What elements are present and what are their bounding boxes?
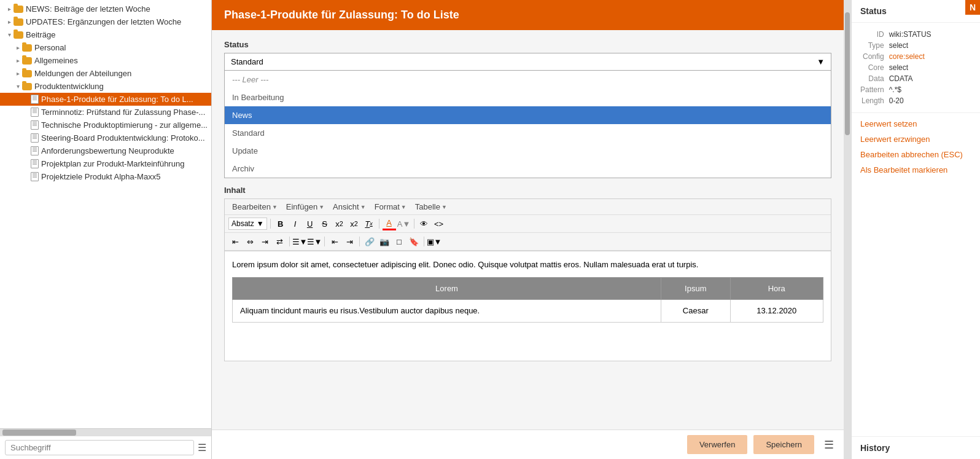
config-value: core:select xyxy=(889,52,971,61)
status-section-label: Status xyxy=(224,40,831,49)
bold-button[interactable]: B xyxy=(274,217,287,230)
clear-format-button[interactable]: Tx xyxy=(362,217,376,230)
toggle-news[interactable]: ▸ xyxy=(5,6,14,12)
action-bearbeiten-abbrechen[interactable]: Bearbeiten abbrechen (ESC) xyxy=(860,150,971,159)
doc-icon xyxy=(31,146,39,155)
sidebar-item-anforderung[interactable]: Anforderungsbewertung Neuprodukte xyxy=(0,144,211,157)
table-button[interactable]: ▣▼ xyxy=(427,235,441,248)
underline-button[interactable]: U xyxy=(303,217,317,230)
toolbar-separator-4 xyxy=(289,237,290,246)
toggle-beitraege[interactable]: ▾ xyxy=(5,31,14,38)
menu-ansicht[interactable]: Ansicht ▼ xyxy=(329,201,370,213)
sidebar-item-personal[interactable]: ▸Personal xyxy=(0,41,211,54)
toolbar-separator xyxy=(270,219,271,229)
status-select-display[interactable]: Standard ▼ xyxy=(224,53,831,70)
vertical-scrollbar[interactable] xyxy=(844,0,851,459)
toggle-meldungen[interactable]: ▸ xyxy=(14,70,22,77)
sidebar-item-allgemeines[interactable]: ▸Allgemeines xyxy=(0,54,211,67)
source-button[interactable]: <> xyxy=(432,217,446,230)
menu-tabelle[interactable]: Tabelle ▼ xyxy=(411,201,451,213)
toggle-personal[interactable]: ▸ xyxy=(14,44,22,51)
bottom-hamburger-icon[interactable]: ☰ xyxy=(824,438,834,452)
toggle-updates[interactable]: ▸ xyxy=(5,18,14,25)
dropdown-option-news[interactable]: News xyxy=(225,106,831,124)
number-list-button[interactable]: ☰▼ xyxy=(308,235,321,248)
table-header-ipsum: Ipsum xyxy=(661,277,731,300)
indent-left-button[interactable]: ⇤ xyxy=(328,235,341,248)
status-dropdown-wrapper: Standard ▼ --- Leer ---In BearbeitungNew… xyxy=(224,53,831,178)
sidebar-item-beitraege[interactable]: ▾Beiträge xyxy=(0,28,211,41)
sidebar-item-phase1[interactable]: Phase-1-Produkte für Zulassung: To do L.… xyxy=(0,93,211,106)
format-select[interactable]: Absatz ▼ xyxy=(228,218,267,230)
page-title: Phase-1-Produkte für Zulassung: To do Li… xyxy=(224,9,459,21)
strikethrough-button[interactable]: S xyxy=(318,217,332,230)
image-button[interactable]: 📷 xyxy=(378,235,391,248)
core-value: select xyxy=(889,63,971,72)
action-leerwert-setzen[interactable]: Leerwert setzen xyxy=(860,119,971,128)
menu-bearbeiten[interactable]: Bearbeiten ▼ xyxy=(228,201,281,213)
horizontal-scrollbar[interactable] xyxy=(0,428,211,436)
notch-badge: N xyxy=(965,0,980,15)
font-color-button[interactable]: A xyxy=(383,217,396,230)
subscript-button[interactable]: x2 xyxy=(348,217,361,230)
highlight-button[interactable]: A▼ xyxy=(397,217,411,230)
action-links: Leerwert setzenLeerwert erzwingenBearbei… xyxy=(852,113,980,181)
sidebar-item-produktentwicklung[interactable]: ▾Produktentwicklung xyxy=(0,80,211,93)
media-button[interactable]: □ xyxy=(392,235,406,248)
sidebar-item-news[interactable]: ▸NEWS: Beiträge der letzten Woche xyxy=(0,2,211,15)
justify-button[interactable]: ⇄ xyxy=(273,235,286,248)
superscript-button[interactable]: x2 xyxy=(333,217,346,230)
length-value: 0-20 xyxy=(889,96,971,105)
speichern-button[interactable]: Speichern xyxy=(753,435,814,454)
dropdown-option-archiv[interactable]: Archiv xyxy=(225,160,831,178)
toggle-produktentwicklung[interactable]: ▾ xyxy=(14,83,22,90)
toolbar-separator-6 xyxy=(359,237,360,246)
search-input[interactable] xyxy=(5,440,194,455)
dropdown-option-update[interactable]: Update xyxy=(225,142,831,160)
dropdown-option-in-bearbeitung[interactable]: In Bearbeitung xyxy=(225,88,831,106)
align-left-button[interactable]: ⇤ xyxy=(228,235,242,248)
editor-body[interactable]: Lorem ipsum dolor sit amet, consectetuer… xyxy=(224,251,831,361)
italic-button[interactable]: I xyxy=(289,217,302,230)
sidebar-hamburger-icon[interactable]: ☰ xyxy=(198,442,206,453)
sidebar-item-terminnotiz[interactable]: Terminnotiz: Prüfstand für Zulassung Pha… xyxy=(0,106,211,119)
dropdown-option-standard[interactable]: Standard xyxy=(225,124,831,142)
tree-item-label: Steering-Board Produktentwicklung: Proto… xyxy=(41,133,205,143)
preview-button[interactable]: 👁 xyxy=(418,217,431,230)
sidebar: ▸NEWS: Beiträge der letzten Woche▸UPDATE… xyxy=(0,0,212,459)
status-dropdown: --- Leer ---In BearbeitungNewsStandardUp… xyxy=(224,70,831,178)
bullet-list-button[interactable]: ☰▼ xyxy=(293,235,306,248)
action-als-bearbeitet[interactable]: Als Bearbeitet markieren xyxy=(860,165,971,175)
verwerfen-button[interactable]: Verwerfen xyxy=(687,435,748,454)
link-button[interactable]: 🔗 xyxy=(363,235,376,248)
table-cell-col1: Aliquam tincidunt mauris eu risus.Vestib… xyxy=(233,300,661,323)
toggle-allgemeines[interactable]: ▸ xyxy=(14,57,22,64)
menu-format[interactable]: Format ▼ xyxy=(371,201,410,213)
tree-item-label: Beiträge xyxy=(26,30,55,39)
indent-right-button[interactable]: ⇥ xyxy=(343,235,356,248)
bookmark-button[interactable]: 🔖 xyxy=(407,235,421,248)
dropdown-option-leer[interactable]: --- Leer --- xyxy=(225,71,831,88)
bottom-bar: Verwerfen Speichern ☰ xyxy=(212,430,844,459)
sidebar-item-updates[interactable]: ▸UPDATES: Ergänzungen der letzten Woche xyxy=(0,15,211,28)
table-header-hora: Hora xyxy=(730,277,823,300)
align-center-button[interactable]: ⇔ xyxy=(243,235,257,248)
editor-toolbar: Bearbeiten ▼Einfügen ▼Ansicht ▼Format ▼T… xyxy=(224,198,831,251)
menu-einfügen[interactable]: Einfügen ▼ xyxy=(282,201,328,213)
sidebar-item-steering[interactable]: Steering-Board Produktentwicklung: Proto… xyxy=(0,131,211,144)
sidebar-item-projektplan[interactable]: Projektplan zur Produkt-Markteinführung xyxy=(0,157,211,170)
format-arrow-icon: ▼ xyxy=(257,219,264,228)
scrollbar-thumb[interactable] xyxy=(2,430,76,436)
sidebar-item-meldungen[interactable]: ▸Meldungen der Abteilungen xyxy=(0,67,211,80)
meta-grid: ID wiki:STATUS Type select Config core:s… xyxy=(852,23,980,113)
sidebar-item-technische[interactable]: Technische Produktoptimierung - zur allg… xyxy=(0,119,211,131)
history-label: History xyxy=(852,436,980,459)
action-leerwert-erzwingen[interactable]: Leerwert erzwingen xyxy=(860,135,971,144)
main-content: Phase-1-Produkte für Zulassung: To do Li… xyxy=(212,0,844,459)
align-right-button[interactable]: ⇥ xyxy=(258,235,271,248)
core-label: Core xyxy=(860,63,884,72)
vscroll-thumb[interactable] xyxy=(845,12,850,135)
sidebar-item-projektziele[interactable]: Projektziele Produkt Alpha-Maxx5 xyxy=(0,170,211,183)
tree-item-label: Meldungen der Abteilungen xyxy=(34,69,131,78)
format-label: Absatz xyxy=(231,219,254,228)
